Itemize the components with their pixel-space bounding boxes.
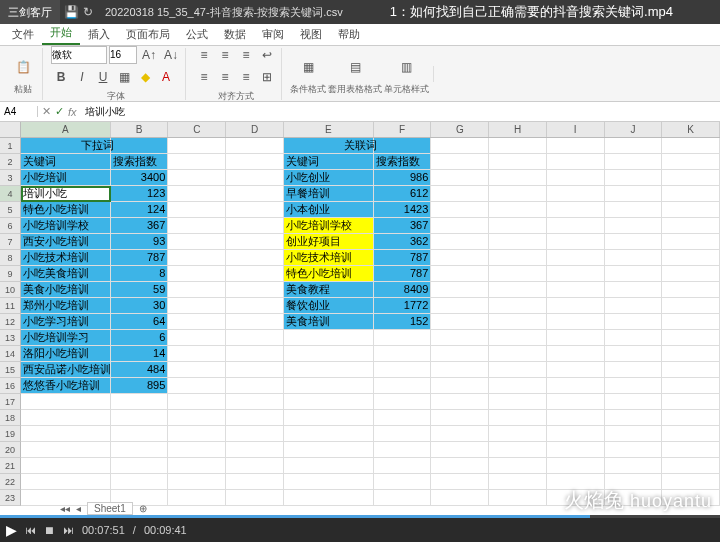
cell[interactable] (374, 362, 432, 378)
row-header[interactable]: 6 (0, 218, 21, 234)
cell[interactable] (226, 186, 284, 202)
cell[interactable] (547, 282, 605, 298)
row-header[interactable]: 22 (0, 474, 21, 490)
row-header[interactable]: 1 (0, 138, 21, 154)
cell[interactable] (605, 378, 663, 394)
cell[interactable] (168, 282, 226, 298)
cell[interactable] (21, 474, 111, 490)
cell[interactable] (431, 186, 489, 202)
cell[interactable] (431, 266, 489, 282)
cell[interactable] (662, 330, 720, 346)
cell[interactable] (284, 346, 374, 362)
cell[interactable] (662, 202, 720, 218)
cell[interactable] (605, 170, 663, 186)
tab-home[interactable]: 开始 (42, 22, 80, 45)
cell[interactable] (662, 426, 720, 442)
cell[interactable] (168, 234, 226, 250)
cell[interactable] (605, 282, 663, 298)
cell[interactable] (284, 442, 374, 458)
cell[interactable] (431, 410, 489, 426)
cell[interactable] (431, 218, 489, 234)
next-icon[interactable]: ⏭ (63, 524, 74, 536)
cell[interactable] (431, 330, 489, 346)
row-header[interactable]: 16 (0, 378, 21, 394)
cell[interactable]: 612 (374, 186, 432, 202)
cell[interactable] (547, 218, 605, 234)
row-header[interactable]: 9 (0, 266, 21, 282)
add-sheet-icon[interactable]: ⊕ (139, 503, 147, 514)
cell[interactable]: 3400 (111, 170, 169, 186)
cell[interactable] (662, 410, 720, 426)
cell[interactable]: 小吃培训学习 (21, 330, 111, 346)
row-header[interactable]: 5 (0, 202, 21, 218)
cell[interactable] (489, 266, 547, 282)
wrap-icon[interactable]: ↩ (257, 46, 277, 65)
cell[interactable] (489, 218, 547, 234)
cell[interactable] (168, 458, 226, 474)
cell[interactable] (605, 458, 663, 474)
align-left-icon[interactable]: ≡ (194, 67, 214, 87)
col-header[interactable]: C (168, 122, 226, 137)
cell[interactable] (489, 234, 547, 250)
cell[interactable] (662, 250, 720, 266)
cell[interactable] (605, 362, 663, 378)
row-header[interactable]: 2 (0, 154, 21, 170)
cell[interactable] (662, 170, 720, 186)
cell[interactable] (168, 170, 226, 186)
cell[interactable] (662, 298, 720, 314)
cell[interactable] (111, 442, 169, 458)
cell[interactable] (431, 378, 489, 394)
col-header[interactable]: I (547, 122, 605, 137)
cell[interactable] (662, 218, 720, 234)
row-header[interactable]: 4 (0, 186, 21, 202)
cell[interactable]: 367 (111, 218, 169, 234)
cell[interactable]: 早餐培训 (284, 186, 374, 202)
cell[interactable]: 787 (374, 266, 432, 282)
cell[interactable]: 1423 (374, 202, 432, 218)
cell[interactable]: 152 (374, 314, 432, 330)
cell[interactable]: 484 (111, 362, 169, 378)
cell[interactable]: 西安品诺小吃培训 (21, 362, 111, 378)
row-header[interactable]: 21 (0, 458, 21, 474)
cell[interactable]: 搜索指数 (111, 154, 169, 170)
cell[interactable] (547, 298, 605, 314)
cell[interactable]: 洛阳小吃培训 (21, 346, 111, 362)
font-increase-icon[interactable]: A↑ (139, 46, 159, 65)
table-format-icon[interactable]: ▤ (340, 52, 370, 82)
cell[interactable] (431, 250, 489, 266)
cell[interactable] (547, 362, 605, 378)
cell[interactable] (111, 138, 169, 154)
cell[interactable] (374, 394, 432, 410)
cell[interactable] (431, 442, 489, 458)
cell[interactable] (168, 186, 226, 202)
cell[interactable] (168, 138, 226, 154)
cell[interactable]: 小吃培训学校 (284, 218, 374, 234)
cell[interactable] (21, 442, 111, 458)
refresh-icon[interactable]: ↻ (83, 5, 93, 19)
cell[interactable] (547, 442, 605, 458)
cell[interactable]: 小本创业 (284, 202, 374, 218)
cell[interactable] (662, 362, 720, 378)
cell[interactable] (431, 346, 489, 362)
cell[interactable] (605, 314, 663, 330)
cell[interactable] (605, 330, 663, 346)
cell[interactable] (168, 330, 226, 346)
cell-reference[interactable]: A4 (0, 106, 38, 117)
sheet-tabs[interactable]: ◂◂ ◂ Sheet1 ⊕ (60, 502, 147, 515)
cell[interactable] (431, 490, 489, 506)
font-name-input[interactable] (51, 46, 107, 64)
cell[interactable] (489, 426, 547, 442)
cell[interactable] (662, 234, 720, 250)
row-header[interactable]: 23 (0, 490, 21, 506)
cell[interactable]: 362 (374, 234, 432, 250)
cell[interactable] (605, 186, 663, 202)
cell[interactable]: 986 (374, 170, 432, 186)
file-tab-name[interactable]: 20220318 15_35_47-抖音搜索-按搜索关键词.csv (105, 5, 343, 20)
cell[interactable]: 培训小吃 (21, 186, 111, 202)
cell[interactable] (168, 426, 226, 442)
cell[interactable] (431, 170, 489, 186)
cell[interactable] (489, 394, 547, 410)
font-decrease-icon[interactable]: A↓ (161, 46, 181, 65)
cell[interactable] (605, 234, 663, 250)
cell[interactable] (605, 250, 663, 266)
